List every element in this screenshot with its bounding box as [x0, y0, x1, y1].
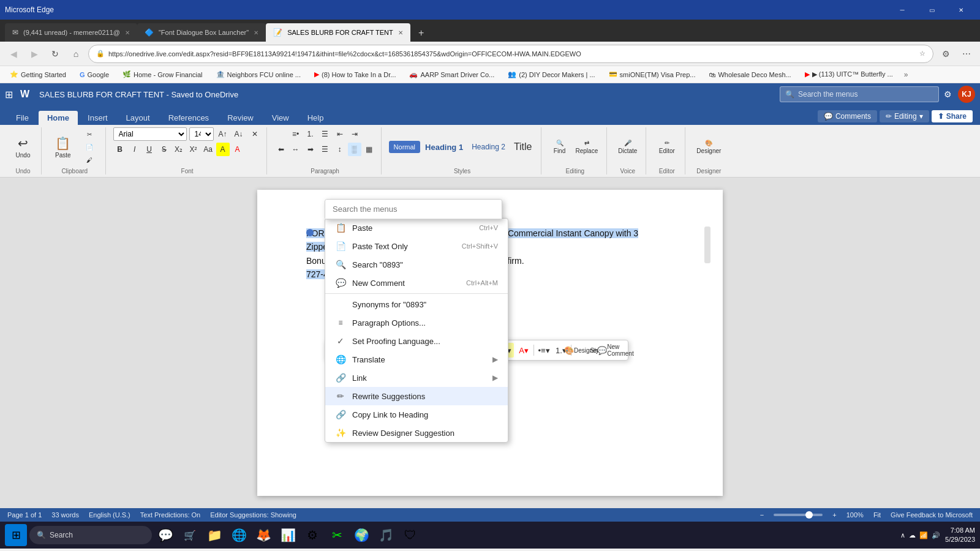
word-settings-icon[interactable]: ⚙: [944, 89, 952, 99]
taskbar-app-music[interactable]: 🎵: [375, 524, 397, 546]
fit-button[interactable]: Fit: [873, 511, 881, 519]
bookmark-wholesale[interactable]: 🛍 Wholesale Deco Mesh...: [704, 70, 796, 80]
replace-button[interactable]: ⇄ Replace: [572, 137, 602, 157]
shading-button[interactable]: ░: [348, 143, 361, 156]
editor-button[interactable]: ✏ Editor: [655, 137, 679, 157]
bookmark-getting-started[interactable]: ⭐ Getting Started: [5, 69, 71, 80]
tab-file[interactable]: File: [7, 111, 37, 125]
tab-email-close[interactable]: ✕: [125, 29, 130, 36]
taskbar-app-edge[interactable]: 🌐: [228, 524, 250, 546]
maximize-button[interactable]: ▭: [918, 0, 946, 20]
ctx-paste-text[interactable]: 📄 Paste Text Only Ctrl+Shift+V: [325, 237, 508, 255]
underline-button[interactable]: U: [143, 143, 156, 156]
taskbar-app-firefox[interactable]: 🦊: [252, 524, 274, 546]
bookmark-grow[interactable]: 🌿 Home - Grow Financial: [118, 69, 207, 80]
decrease-indent-button[interactable]: ⇤: [333, 127, 347, 141]
highlight-button[interactable]: A: [216, 143, 230, 156]
justify-button[interactable]: ☰: [318, 143, 332, 156]
align-left-button[interactable]: ⬅: [274, 143, 288, 156]
ctx-synonyms[interactable]: Synonyms for "0893": [325, 295, 508, 313]
zoom-slider[interactable]: [774, 514, 823, 516]
taskbar-app-edge2[interactable]: 🌍: [350, 524, 372, 546]
zoom-minus-button[interactable]: −: [760, 511, 764, 519]
taskbar-app-cricut[interactable]: ✂: [326, 524, 348, 546]
designer-button[interactable]: 🎨 Designer: [693, 137, 725, 157]
format-painter-button[interactable]: 🖌: [78, 154, 100, 166]
search-menu-box[interactable]: [325, 199, 502, 220]
borders-button[interactable]: ▦: [363, 143, 376, 156]
bullets-button[interactable]: ≡•: [289, 127, 303, 141]
ctx-search[interactable]: 🔍 Search "0893": [325, 255, 508, 274]
new-tab-button[interactable]: +: [413, 24, 430, 42]
font-family-select[interactable]: Arial: [113, 127, 187, 141]
bookmark-howto[interactable]: ▶ (8) How to Take In a Dr...: [309, 69, 401, 80]
bookmark-smione[interactable]: 💳 smiONE(TM) Visa Prep...: [604, 69, 701, 80]
floating-designer-button[interactable]: 🎨 Designer: [574, 343, 589, 358]
context-search-input[interactable]: [325, 200, 502, 219]
back-button[interactable]: ◀: [5, 45, 22, 62]
bookmark-diy[interactable]: 👥 (2) DIY Decor Makers | ...: [503, 69, 600, 80]
tab-view[interactable]: View: [263, 111, 298, 125]
numbering-button[interactable]: 1.: [304, 127, 317, 141]
start-button[interactable]: ⊞: [5, 524, 27, 546]
taskbar-search-bar[interactable]: 🔍 Search: [29, 526, 152, 544]
tab-font[interactable]: 🔷 "Font Dialogue Box Launcher" ✕: [137, 23, 266, 42]
heading1-style-button[interactable]: Heading 1: [421, 140, 467, 154]
tab-layout[interactable]: Layout: [118, 111, 159, 125]
copy-button[interactable]: 📄: [78, 141, 100, 153]
font-size-select[interactable]: 14: [189, 127, 214, 141]
align-center-button[interactable]: ↔: [289, 143, 303, 156]
taskbar-app-settings[interactable]: ⚙: [301, 524, 323, 546]
ctx-translate[interactable]: 🌐 Translate ▶: [325, 350, 508, 369]
ctx-copy-link[interactable]: 🔗 Copy Link to Heading: [325, 405, 508, 424]
document-page[interactable]: FOR SALE: 10x10 Commercial Pop-up Canopy…: [257, 190, 723, 496]
bold-button[interactable]: B: [113, 143, 127, 156]
tray-volume-icon[interactable]: 🔊: [932, 531, 940, 539]
floating-new-comment-button[interactable]: 💬 New Comment: [608, 343, 623, 358]
subscript-button[interactable]: X₂: [172, 143, 186, 156]
taskbar-app-excel[interactable]: 📊: [277, 524, 299, 546]
strikethrough-button[interactable]: S̶: [157, 143, 171, 156]
zoom-plus-button[interactable]: +: [832, 511, 836, 519]
line-spacing-button[interactable]: ↕: [333, 143, 347, 156]
tray-wifi-icon[interactable]: 📶: [919, 531, 928, 539]
tray-cloud-icon[interactable]: ☁: [909, 531, 916, 539]
ctx-proofing[interactable]: ✓ Set Proofing Language...: [325, 332, 508, 350]
taskbar-app-security[interactable]: 🛡: [399, 524, 421, 546]
normal-style-button[interactable]: Normal: [389, 141, 420, 153]
ctx-review-designer[interactable]: ✨ Review Designer Suggestion: [325, 424, 508, 442]
undo-button[interactable]: ↩ Undo: [12, 133, 34, 161]
superscript-button[interactable]: X²: [187, 143, 200, 156]
tab-font-close[interactable]: ✕: [254, 29, 258, 36]
taskbar-app-store[interactable]: 🛒: [179, 524, 201, 546]
paste-button[interactable]: 📋 Paste: [49, 132, 77, 162]
minimize-button[interactable]: ─: [888, 0, 916, 20]
bookmark-google[interactable]: G Google: [75, 70, 114, 80]
heading2-style-button[interactable]: Heading 2: [468, 140, 509, 154]
decrease-font-button[interactable]: A↓: [232, 127, 246, 141]
floating-font-color-button[interactable]: A▾: [516, 343, 531, 358]
tab-word[interactable]: 📝 SALES BLURB FOR CRAFT TENT ✕: [266, 23, 410, 42]
ctx-paragraph[interactable]: ≡ Paragraph Options...: [325, 313, 508, 332]
tab-references[interactable]: References: [160, 111, 217, 125]
increase-font-button[interactable]: A↑: [216, 127, 230, 141]
close-button[interactable]: ✕: [947, 0, 975, 20]
ctx-rewrite[interactable]: ✏ Rewrite Suggestions: [325, 387, 508, 405]
tab-home[interactable]: Home: [39, 111, 78, 125]
multilevel-button[interactable]: ☰: [318, 127, 332, 141]
italic-button[interactable]: I: [128, 143, 141, 156]
bookmark-uitc[interactable]: ▶ ▶ (113) UITC™ Butterfly ...: [800, 69, 898, 80]
clear-format-button[interactable]: ✕: [248, 127, 262, 141]
forward-button[interactable]: ▶: [26, 45, 43, 62]
word-search-box[interactable]: 🔍 Search the menus: [780, 86, 939, 102]
clock[interactable]: 7:08 AM 5/29/2023: [945, 526, 975, 545]
title-style-button[interactable]: Title: [510, 139, 536, 155]
tab-help[interactable]: Help: [299, 111, 333, 125]
ctx-link[interactable]: 🔗 Link ▶: [325, 369, 508, 387]
bookmark-neighbors[interactable]: 🏦 Neighbors FCU online ...: [211, 69, 306, 80]
cut-button[interactable]: ✂: [78, 129, 100, 140]
tab-review[interactable]: Review: [219, 111, 262, 125]
user-avatar[interactable]: KJ: [958, 86, 975, 103]
refresh-button[interactable]: ↻: [47, 45, 64, 62]
align-right-button[interactable]: ➡: [304, 143, 317, 156]
